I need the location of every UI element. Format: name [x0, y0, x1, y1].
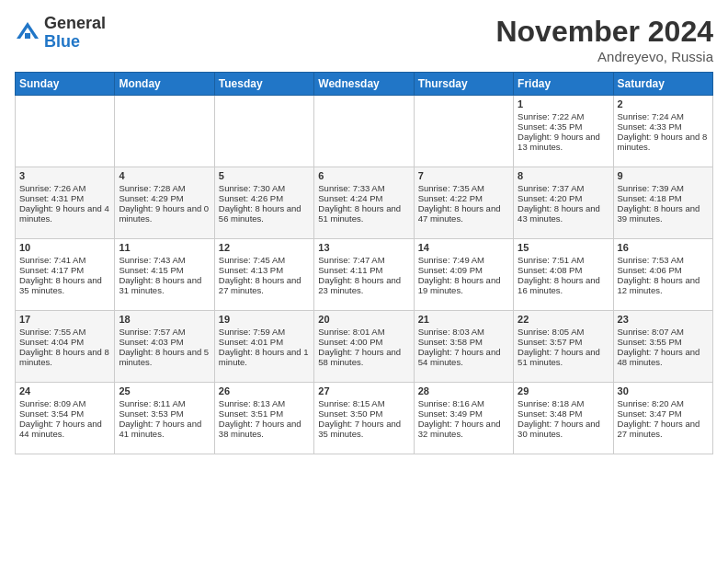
day-number: 26: [219, 385, 310, 396]
calendar-body: 1Sunrise: 7:22 AMSunset: 4:35 PMDaylight…: [16, 96, 713, 454]
day-info: Sunrise: 7:41 AM: [19, 255, 110, 265]
calendar-cell: 14Sunrise: 7:49 AMSunset: 4:09 PMDayligh…: [414, 239, 513, 311]
calendar-cell: 7Sunrise: 7:35 AMSunset: 4:22 PMDaylight…: [414, 167, 513, 239]
calendar-week-1: 1Sunrise: 7:22 AMSunset: 4:35 PMDaylight…: [16, 96, 713, 167]
calendar-cell: 23Sunrise: 8:07 AMSunset: 3:55 PMDayligh…: [613, 311, 712, 383]
day-header-wednesday: Wednesday: [314, 73, 414, 96]
day-info: Daylight: 7 hours and 44 minutes.: [19, 419, 110, 439]
svg-rect-2: [25, 33, 30, 39]
calendar-cell: 12Sunrise: 7:45 AMSunset: 4:13 PMDayligh…: [214, 239, 313, 311]
day-number: 1: [518, 98, 609, 109]
day-info: Daylight: 7 hours and 51 minutes.: [518, 347, 609, 367]
logo-text: General Blue: [44, 15, 106, 52]
day-info: Daylight: 8 hours and 23 minutes.: [318, 275, 409, 295]
day-number: 21: [418, 314, 509, 325]
day-header-friday: Friday: [514, 73, 613, 96]
day-info: Daylight: 7 hours and 58 minutes.: [318, 347, 409, 367]
day-number: 17: [19, 314, 110, 325]
location: Andreyevo, Russia: [495, 49, 713, 64]
day-info: Daylight: 8 hours and 8 minutes.: [19, 347, 110, 367]
day-number: 5: [219, 170, 310, 181]
day-info: Sunset: 3:47 PM: [618, 408, 709, 419]
calendar-cell: 17Sunrise: 7:55 AMSunset: 4:04 PMDayligh…: [16, 311, 115, 383]
day-header-saturday: Saturday: [613, 73, 712, 96]
calendar-cell: 18Sunrise: 7:57 AMSunset: 4:03 PMDayligh…: [115, 311, 214, 383]
day-info: Sunset: 4:35 PM: [518, 121, 609, 132]
day-number: 22: [518, 314, 609, 325]
calendar-table: SundayMondayTuesdayWednesdayThursdayFrid…: [15, 72, 713, 454]
day-info: Sunrise: 7:37 AM: [518, 183, 609, 193]
day-number: 3: [19, 170, 110, 181]
calendar-cell: 21Sunrise: 8:03 AMSunset: 3:58 PMDayligh…: [414, 311, 513, 383]
calendar-cell: [414, 96, 513, 167]
day-number: 28: [418, 385, 509, 396]
day-number: 9: [618, 170, 709, 181]
logo-general: General: [44, 15, 106, 33]
day-info: Sunset: 4:08 PM: [518, 265, 609, 275]
day-info: Sunset: 3:48 PM: [518, 408, 609, 419]
day-number: 24: [19, 385, 110, 396]
calendar-cell: [115, 96, 214, 167]
day-info: Daylight: 8 hours and 19 minutes.: [418, 275, 509, 295]
day-info: Sunrise: 7:22 AM: [518, 111, 609, 121]
day-info: Sunrise: 7:39 AM: [618, 183, 709, 193]
calendar-week-4: 17Sunrise: 7:55 AMSunset: 4:04 PMDayligh…: [16, 311, 713, 383]
day-info: Daylight: 8 hours and 39 minutes.: [618, 203, 709, 224]
day-info: Daylight: 7 hours and 35 minutes.: [318, 419, 409, 439]
header: General Blue November 2024 Andreyevo, Ru…: [15, 15, 713, 64]
calendar-cell: [314, 96, 414, 167]
calendar-week-5: 24Sunrise: 8:09 AMSunset: 3:54 PMDayligh…: [16, 383, 713, 454]
calendar-cell: 6Sunrise: 7:33 AMSunset: 4:24 PMDaylight…: [314, 167, 414, 239]
calendar-cell: 5Sunrise: 7:30 AMSunset: 4:26 PMDaylight…: [214, 167, 313, 239]
calendar-cell: [16, 96, 115, 167]
day-info: Daylight: 8 hours and 51 minutes.: [318, 203, 409, 224]
calendar-cell: 29Sunrise: 8:18 AMSunset: 3:48 PMDayligh…: [514, 383, 613, 454]
calendar-cell: 25Sunrise: 8:11 AMSunset: 3:53 PMDayligh…: [115, 383, 214, 454]
day-info: Sunset: 4:01 PM: [219, 337, 310, 347]
calendar-cell: 26Sunrise: 8:13 AMSunset: 3:51 PMDayligh…: [214, 383, 313, 454]
day-header-thursday: Thursday: [414, 73, 513, 96]
day-number: 10: [19, 242, 110, 253]
day-info: Daylight: 8 hours and 16 minutes.: [518, 275, 609, 295]
day-info: Sunrise: 8:11 AM: [119, 398, 210, 408]
day-info: Sunrise: 7:55 AM: [19, 327, 110, 337]
day-info: Sunset: 3:53 PM: [119, 408, 210, 419]
calendar-cell: 15Sunrise: 7:51 AMSunset: 4:08 PMDayligh…: [514, 239, 613, 311]
day-info: Sunset: 4:11 PM: [318, 265, 409, 275]
day-info: Sunrise: 7:33 AM: [318, 183, 409, 193]
day-info: Sunset: 4:17 PM: [19, 265, 110, 275]
day-info: Sunset: 4:18 PM: [618, 193, 709, 203]
day-info: Sunrise: 8:05 AM: [518, 327, 609, 337]
day-number: 18: [119, 314, 210, 325]
day-info: Daylight: 9 hours and 4 minutes.: [19, 203, 110, 224]
day-info: Daylight: 9 hours and 13 minutes.: [518, 132, 609, 152]
calendar-cell: 3Sunrise: 7:26 AMSunset: 4:31 PMDaylight…: [16, 167, 115, 239]
day-info: Daylight: 7 hours and 32 minutes.: [418, 419, 509, 439]
day-info: Daylight: 8 hours and 43 minutes.: [518, 203, 609, 224]
logo: General Blue: [15, 15, 106, 52]
day-info: Sunrise: 7:24 AM: [618, 111, 709, 121]
day-info: Sunset: 4:09 PM: [418, 265, 509, 275]
day-number: 13: [318, 242, 409, 253]
calendar-cell: 28Sunrise: 8:16 AMSunset: 3:49 PMDayligh…: [414, 383, 513, 454]
day-info: Sunrise: 8:18 AM: [518, 398, 609, 408]
calendar-week-2: 3Sunrise: 7:26 AMSunset: 4:31 PMDaylight…: [16, 167, 713, 239]
day-info: Sunrise: 7:28 AM: [119, 183, 210, 193]
day-info: Sunrise: 7:26 AM: [19, 183, 110, 193]
day-info: Daylight: 8 hours and 35 minutes.: [19, 275, 110, 295]
day-info: Sunrise: 7:51 AM: [518, 255, 609, 265]
title-block: November 2024 Andreyevo, Russia: [495, 15, 713, 64]
calendar-cell: 19Sunrise: 7:59 AMSunset: 4:01 PMDayligh…: [214, 311, 313, 383]
logo-blue: Blue: [44, 33, 106, 52]
calendar-cell: 2Sunrise: 7:24 AMSunset: 4:33 PMDaylight…: [613, 96, 712, 167]
day-info: Sunrise: 7:43 AM: [119, 255, 210, 265]
day-info: Daylight: 7 hours and 54 minutes.: [418, 347, 509, 367]
day-info: Daylight: 7 hours and 27 minutes.: [618, 419, 709, 439]
day-info: Sunrise: 8:09 AM: [19, 398, 110, 408]
day-info: Sunset: 3:55 PM: [618, 337, 709, 347]
day-info: Sunrise: 7:57 AM: [119, 327, 210, 337]
day-number: 15: [518, 242, 609, 253]
calendar-cell: 30Sunrise: 8:20 AMSunset: 3:47 PMDayligh…: [613, 383, 712, 454]
day-info: Sunset: 4:13 PM: [219, 265, 310, 275]
day-info: Sunset: 3:50 PM: [318, 408, 409, 419]
